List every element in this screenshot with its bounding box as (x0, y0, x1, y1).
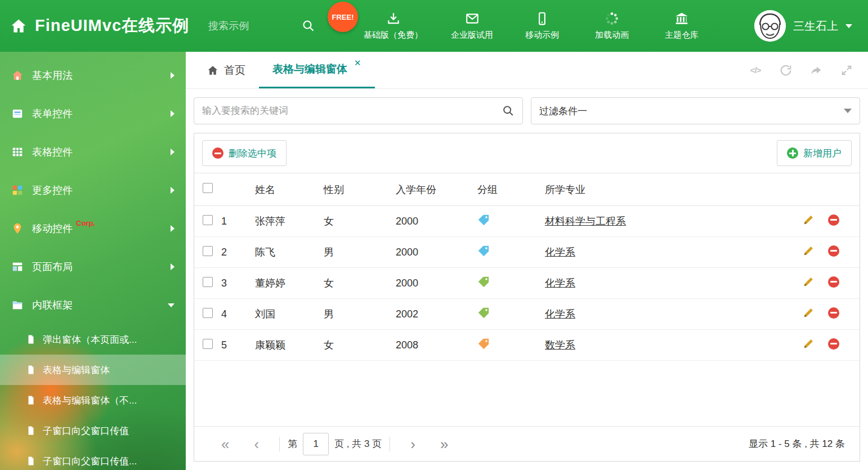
nav-label: 主题仓库 (665, 30, 699, 41)
home-icon (10, 17, 27, 34)
user-table: 姓名 性别 入学年份 分组 所学专业 1 张萍萍 (194, 173, 860, 361)
nav-item-enterprise-trial[interactable]: 企业版试用 (451, 11, 493, 41)
header-search-input[interactable] (208, 20, 297, 32)
nav-item-basic-edition[interactable]: FREE! 基础版（免费） (364, 11, 423, 41)
major-link[interactable]: 化学系 (545, 277, 575, 289)
form-icon (11, 108, 24, 120)
tab-grid-edit-window[interactable]: 表格与编辑窗体 ✕ (259, 52, 375, 88)
filter-dropdown[interactable]: 过滤条件一 (531, 97, 860, 124)
major-link[interactable]: 化学系 (545, 247, 575, 258)
sidebar-subitem-label: 弹出窗体（本页面或... (43, 333, 137, 346)
delete-icon[interactable] (828, 214, 839, 226)
col-year: 入学年份 (396, 173, 477, 206)
top-header: FineUIMvc在线示例 FREE! 基础版（免费） 企业版试用 移动示例 (0, 0, 868, 52)
row-index: 1 (221, 206, 255, 237)
col-major: 所学专业 (545, 173, 775, 206)
sidebar-item-page-layout[interactable]: 页面布局 (0, 248, 186, 286)
file-icon (26, 426, 36, 436)
share-icon[interactable] (809, 64, 823, 77)
tab-home[interactable]: 首页 (194, 52, 259, 88)
layout-icon (11, 261, 24, 273)
row-checkbox[interactable] (203, 277, 213, 287)
search-icon[interactable] (502, 105, 514, 117)
record-summary: 显示 1 - 5 条 , 共 12 条 (749, 437, 845, 450)
major-link[interactable]: 化学系 (545, 308, 575, 320)
nav-item-loading-animation[interactable]: 加载动画 (591, 11, 633, 41)
sidebar-subitem-popup-window[interactable]: 弹出窗体（本页面或... (0, 324, 186, 355)
expand-icon[interactable] (840, 64, 853, 77)
sidebar-item-label: 更多控件 (32, 183, 73, 197)
sidebar-item-mobile-controls[interactable]: 移动控件 Corp. (0, 209, 186, 248)
edit-icon[interactable] (802, 245, 815, 257)
edit-icon[interactable] (802, 307, 815, 319)
sidebar-item-form-controls[interactable]: 表单控件 (0, 95, 186, 133)
refresh-icon[interactable] (779, 64, 793, 77)
spinner-icon (605, 11, 619, 26)
edit-icon[interactable] (802, 276, 815, 288)
tab-label: 表格与编辑窗体 (272, 62, 347, 77)
sidebar-item-label: 表格控件 (32, 145, 73, 159)
sidebar-menu: 基本用法 表单控件 表格控件 更多控件 (0, 52, 186, 470)
col-name: 姓名 (255, 173, 324, 206)
edit-icon[interactable] (802, 338, 815, 350)
delete-icon[interactable] (828, 307, 839, 319)
chevron-right-icon (171, 149, 175, 155)
page-suffix: 页 , 共 3 页 (334, 437, 382, 450)
keyword-search-input[interactable] (202, 105, 502, 117)
next-page-button[interactable]: › (398, 437, 428, 451)
major-link[interactable]: 数学系 (545, 339, 575, 351)
file-icon (26, 365, 36, 375)
avatar (754, 10, 786, 42)
row-checkbox[interactable] (203, 308, 213, 318)
first-page-button[interactable]: « (209, 437, 241, 451)
chevron-right-icon (171, 110, 175, 117)
major-link[interactable]: 材料科学与工程系 (545, 216, 626, 227)
filter-selected-value: 过滤条件一 (539, 105, 587, 118)
grid-toolbar: 删除选中项 新增用户 (194, 133, 860, 173)
folder-icon (11, 299, 24, 311)
file-icon (26, 456, 36, 466)
delete-icon[interactable] (828, 338, 839, 350)
page-number-input[interactable] (303, 433, 329, 455)
select-all-checkbox[interactable] (203, 183, 213, 193)
sidebar-subitem-label: 子窗口向父窗口传值... (43, 455, 137, 468)
sidebar-item-iframe[interactable]: 内联框架 (0, 286, 186, 324)
sidebar-item-grid-controls[interactable]: 表格控件 (0, 133, 186, 171)
sidebar-subitem-grid-edit-window-2[interactable]: 表格与编辑窗体（不... (0, 385, 186, 415)
sidebar-subitem-grid-edit-window[interactable]: 表格与编辑窗体 (0, 355, 186, 385)
last-page-button[interactable]: » (428, 437, 460, 451)
row-checkbox[interactable] (203, 246, 213, 256)
delete-icon[interactable] (828, 245, 839, 257)
nav-item-mobile-demo[interactable]: 移动示例 (521, 11, 563, 41)
sidebar-item-basic-usage[interactable]: 基本用法 (0, 56, 186, 95)
chevron-right-icon (171, 72, 175, 79)
table-row: 5 康颖颖 女 2008 数学系 (194, 330, 860, 361)
edit-icon[interactable] (802, 214, 815, 226)
sidebar-subitem-child-to-parent-2[interactable]: 子窗口向父窗口传值... (0, 446, 186, 470)
minus-circle-icon (212, 147, 223, 159)
row-checkbox[interactable] (203, 339, 213, 349)
nav-item-theme-repo[interactable]: 主题仓库 (661, 11, 703, 41)
cell-gender: 男 (324, 237, 396, 268)
grid-empty-space (194, 361, 860, 426)
nav-label: 加载动画 (595, 30, 629, 41)
filter-row: 过滤条件一 (186, 89, 868, 133)
app-logo[interactable]: FineUIMvc在线示例 (10, 15, 189, 37)
delete-selected-button[interactable]: 删除选中项 (202, 140, 287, 166)
add-user-button[interactable]: 新增用户 (777, 140, 852, 166)
row-index: 3 (221, 268, 255, 299)
tab-bar: 首页 表格与编辑窗体 ✕ </> (186, 52, 868, 89)
prev-page-button[interactable]: ‹ (241, 437, 271, 451)
bank-icon (674, 11, 689, 26)
sidebar-item-label: 基本用法 (32, 69, 73, 82)
close-icon[interactable]: ✕ (354, 58, 361, 68)
delete-icon[interactable] (828, 276, 839, 288)
source-code-icon[interactable]: </> (749, 64, 762, 77)
user-menu[interactable]: 三生石上 (754, 10, 852, 42)
chevron-down-icon (168, 303, 175, 307)
search-icon[interactable] (302, 19, 315, 33)
sidebar-subitem-child-to-parent[interactable]: 子窗口向父窗口传值 (0, 415, 186, 446)
row-checkbox[interactable] (203, 215, 213, 225)
sidebar-item-more-controls[interactable]: 更多控件 (0, 171, 186, 209)
chevron-right-icon (171, 263, 175, 270)
